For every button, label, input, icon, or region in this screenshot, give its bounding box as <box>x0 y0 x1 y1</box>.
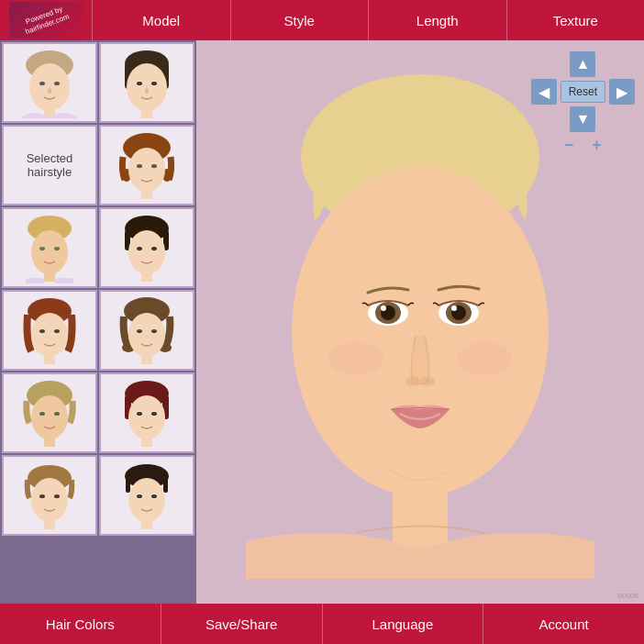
svg-point-87 <box>457 342 512 375</box>
hairstyle-thumb-7[interactable] <box>2 290 97 371</box>
selected-hairstyle-label: Selected hairstyle <box>2 125 97 205</box>
svg-point-48 <box>31 395 68 439</box>
svg-rect-46 <box>141 355 152 364</box>
svg-point-72 <box>292 166 549 496</box>
tab-length[interactable]: Length <box>368 0 506 40</box>
tab-texture[interactable]: Texture <box>506 0 645 40</box>
svg-point-45 <box>151 329 157 333</box>
hairstyle-thumb-9[interactable] <box>2 372 97 453</box>
svg-point-2 <box>39 82 45 85</box>
logo: Powered byhairfinder.com <box>0 0 92 40</box>
svg-point-55 <box>128 395 165 439</box>
svg-rect-34 <box>141 272 152 282</box>
hairstyle-thumb-2[interactable] <box>99 42 194 123</box>
hairstyle-thumb-11[interactable] <box>2 455 97 536</box>
svg-point-50 <box>54 412 60 416</box>
svg-rect-22 <box>141 190 152 199</box>
svg-point-61 <box>39 494 45 498</box>
svg-point-32 <box>137 247 142 250</box>
svg-point-69 <box>151 494 157 498</box>
tab-style[interactable]: Style <box>230 0 369 40</box>
svg-point-4 <box>48 88 51 94</box>
hairstyle-thumb-1[interactable] <box>2 42 97 123</box>
svg-point-86 <box>328 342 383 375</box>
svg-rect-27 <box>44 272 55 282</box>
hairstyle-thumb-6[interactable] <box>99 207 194 288</box>
svg-rect-70 <box>141 520 152 529</box>
model-face-svg <box>246 65 594 579</box>
svg-point-68 <box>137 494 142 498</box>
svg-point-26 <box>54 247 60 250</box>
svg-point-3 <box>54 82 60 85</box>
bottom-nav: Hair Colors Save/Share Language Account <box>0 604 644 644</box>
svg-point-36 <box>31 313 68 357</box>
hairstyle-thumb-12[interactable] <box>99 455 194 536</box>
svg-point-56 <box>137 412 142 416</box>
preview-area: ▲ ◀ Reset ▶ ▼ − + <box>196 40 644 604</box>
model-preview <box>228 56 613 588</box>
svg-point-83 <box>451 305 457 311</box>
hairstyle-thumb-4[interactable] <box>99 125 194 205</box>
svg-rect-51 <box>44 438 55 447</box>
svg-point-20 <box>137 164 142 168</box>
main-content: Selected hairstyle <box>0 40 644 604</box>
svg-point-62 <box>54 494 60 498</box>
top-nav-tabs: Model Style Length Texture <box>92 0 644 40</box>
svg-point-19 <box>128 148 165 192</box>
bottom-nav-language[interactable]: Language <box>323 604 484 644</box>
svg-point-67 <box>128 478 165 522</box>
top-nav: Powered byhairfinder.com Model Style Len… <box>0 0 644 40</box>
svg-rect-66 <box>163 478 168 493</box>
svg-rect-65 <box>126 478 130 493</box>
bottom-nav-hair-colors[interactable]: Hair Colors <box>0 604 161 644</box>
svg-point-60 <box>31 478 68 522</box>
svg-point-11 <box>127 63 167 111</box>
svg-point-49 <box>39 412 45 416</box>
svg-point-43 <box>128 313 165 357</box>
svg-rect-63 <box>44 520 55 529</box>
svg-point-1 <box>29 63 70 111</box>
svg-point-13 <box>151 82 157 85</box>
svg-rect-58 <box>141 438 152 447</box>
tab-model[interactable]: Model <box>92 0 230 40</box>
svg-point-31 <box>128 230 165 274</box>
watermark: 00006 <box>618 592 638 600</box>
svg-point-44 <box>137 329 142 333</box>
svg-point-12 <box>137 82 142 85</box>
svg-point-38 <box>54 329 60 333</box>
svg-point-21 <box>151 164 157 168</box>
svg-rect-15 <box>141 109 152 118</box>
svg-point-79 <box>381 305 386 311</box>
svg-point-33 <box>151 247 157 250</box>
logo-text: Powered byhairfinder.com <box>21 4 71 38</box>
svg-point-37 <box>39 329 45 333</box>
hairstyle-thumb-8[interactable] <box>99 290 194 371</box>
bottom-nav-save-share[interactable]: Save/Share <box>161 604 323 644</box>
svg-point-14 <box>145 88 149 94</box>
svg-point-24 <box>31 230 68 274</box>
bottom-nav-account[interactable]: Account <box>483 604 644 644</box>
svg-rect-39 <box>44 355 55 364</box>
svg-point-25 <box>39 247 45 250</box>
svg-point-84 <box>405 377 420 386</box>
svg-point-57 <box>151 412 157 416</box>
svg-point-85 <box>420 377 435 386</box>
hairstyle-sidebar: Selected hairstyle <box>0 40 196 604</box>
hairstyle-thumb-5[interactable] <box>2 207 97 288</box>
hairstyle-thumb-10[interactable] <box>99 372 194 453</box>
nav-right-button[interactable]: ▶ <box>609 79 635 105</box>
